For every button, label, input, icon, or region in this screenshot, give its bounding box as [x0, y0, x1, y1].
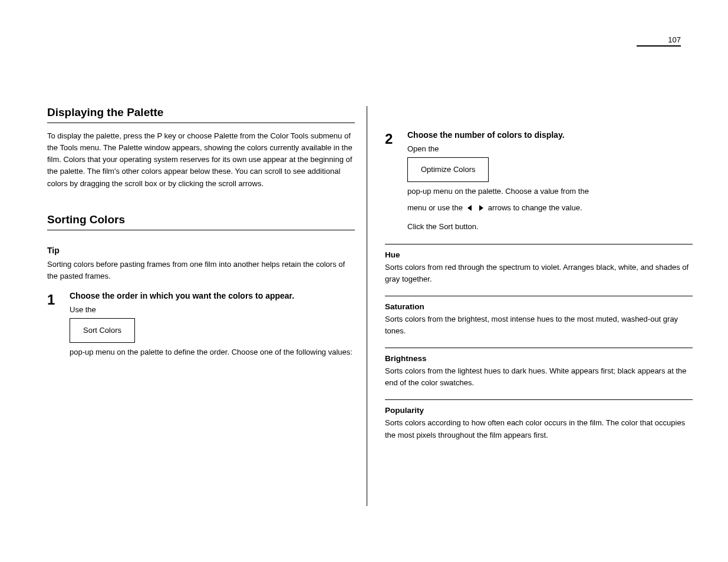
section-title-displaying-palette: Displaying the Palette [47, 106, 355, 123]
rule-brightness: Brightness Sorts colors from the lightes… [385, 348, 693, 389]
rule-hue-body: Sorts colors from red through the spectr… [385, 262, 693, 285]
left-column: Displaying the Palette To display the pa… [47, 106, 367, 506]
step-2: 2 Choose the number of colors to display… [385, 130, 693, 233]
rule-hue: Hue Sorts colors from red through the sp… [385, 244, 693, 285]
svg-marker-1 [479, 205, 483, 211]
page-number: 107 [637, 35, 681, 47]
step-1-body-after: pop-up menu on the palette to define the… [70, 348, 353, 356]
two-column-layout: Displaying the Palette To display the pa… [47, 106, 693, 506]
right-column: 2 Choose the number of colors to display… [367, 106, 693, 506]
step-1-body: Use the Sort Colors pop-up menu on the p… [70, 304, 355, 358]
arrow-instruction-line: menu or use the arrows to change the val… [407, 202, 693, 214]
sort-colors-button[interactable]: Sort Colors [70, 318, 135, 343]
optimize-colors-button[interactable]: Optimize Colors [407, 157, 489, 182]
click-sort-instruction: Click the Sort button. [407, 221, 693, 233]
step-2-before-button: Open the [407, 144, 439, 153]
rule-saturation-title: Saturation [385, 302, 693, 311]
step-1-number: 1 [47, 292, 62, 308]
arrow-line-text-before: menu or use the [407, 203, 463, 212]
displaying-palette-body: To display the palette, press the P key … [47, 130, 355, 190]
rule-brightness-body: Sorts colors from the lightest hues to d… [385, 365, 693, 389]
step-1: 1 Choose the order in which you want the… [47, 290, 355, 358]
rule-hue-title: Hue [385, 250, 693, 259]
arrow-right-icon[interactable] [477, 204, 485, 211]
rule-saturation-body: Sorts colors from the brightest, most in… [385, 313, 693, 337]
rule-brightness-title: Brightness [385, 354, 693, 363]
section-title-sorting-colors: Sorting Colors [47, 213, 355, 230]
rule-popularity: Popularity Sorts colors according to how… [385, 399, 693, 441]
arrow-left-icon[interactable] [466, 204, 473, 211]
rule-saturation: Saturation Sorts colors from the brighte… [385, 296, 693, 337]
step-2-body: Open the Optimize Colors pop-up menu on … [407, 143, 693, 233]
tip-label: Tip [47, 246, 355, 255]
step-1-body-before: Use the [70, 305, 96, 314]
step-2-heading: Choose the number of colors to display. [407, 130, 693, 141]
svg-marker-0 [467, 205, 472, 211]
step-1-heading: Choose the order in which you want the c… [70, 290, 355, 302]
tip-body: Sorting colors before pasting frames fro… [47, 259, 355, 282]
step-2-number: 2 [385, 131, 400, 147]
arrow-line-text-after: arrows to change the value. [488, 203, 582, 212]
step-2-after-button: pop-up menu on the palette. Choose a val… [407, 187, 589, 196]
rule-popularity-title: Popularity [385, 406, 693, 415]
rule-popularity-body: Sorts colors according to how often each… [385, 417, 693, 441]
